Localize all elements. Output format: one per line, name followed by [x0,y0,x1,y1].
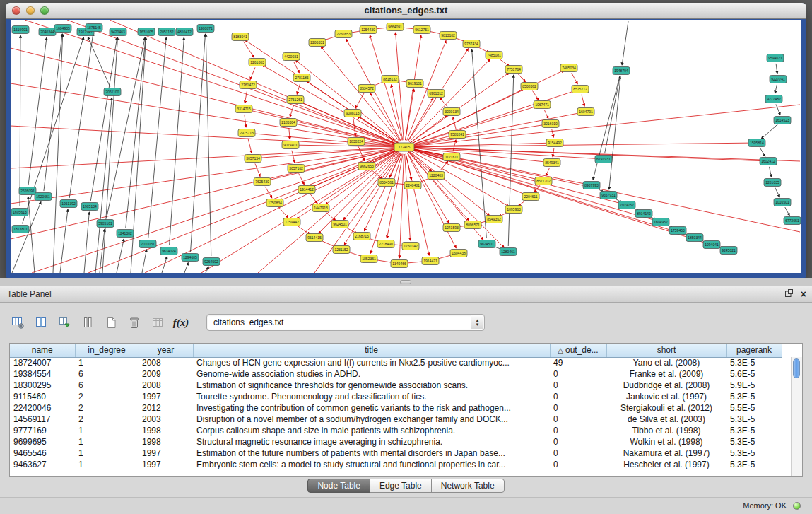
table-cell[interactable]: 6 [75,368,139,380]
table-cell[interactable]: 19384554 [10,368,75,380]
scrollbar-thumb[interactable] [793,358,800,378]
graph-node[interactable]: 8549341 [543,159,560,167]
table-cell[interactable]: 6 [75,380,139,391]
table-cell[interactable]: 2008 [139,357,193,368]
graph-node[interactable]: 7485034 [560,64,577,72]
table-cell[interactable]: 2 [75,402,139,414]
graph-node[interactable]: 1750834 [266,199,283,207]
graph-node[interactable]: 9420463 [110,28,126,36]
table-cell[interactable]: 18724007 [10,357,75,368]
table-cell[interactable]: Jankovic et al. (1997) [606,391,726,402]
graph-node[interactable]: 2185304 [280,119,297,127]
table-cell[interactable]: 18300295 [10,380,75,391]
graph-node[interactable]: 9594621 [767,54,784,62]
table-cell[interactable]: 1 [75,448,139,459]
table-cell[interactable]: Structural magnetic resonance image aver… [193,436,550,448]
table-cell[interactable]: 2012 [139,402,193,414]
table-cell[interactable]: 5.6E-5 [726,368,782,380]
graph-node[interactable]: 6791931 [595,156,612,163]
table-options-icon[interactable] [10,314,25,331]
graph-node[interactable]: 1920051 [35,193,52,201]
table-cell[interactable]: 22420046 [10,402,75,414]
table-cell[interactable]: Tibbo et al. (1998) [606,425,726,436]
graph-node[interactable]: 5905161 [97,220,114,228]
table-cell[interactable]: 9115460 [10,391,75,402]
graph-node[interactable]: 2218490 [377,240,394,248]
table-cell[interactable]: de Silva et al. (2003) [606,414,726,425]
graph-node[interactable]: 1852361 [360,255,377,263]
split-divider[interactable] [0,278,812,286]
new-document-icon[interactable] [103,314,119,331]
table-cell[interactable]: 5.3E-5 [726,357,782,368]
table-cell[interactable]: 2003 [139,414,193,425]
close-panel-icon[interactable]: × [801,286,806,302]
graph-node[interactable]: 8508362 [521,83,538,90]
column-header-short[interactable]: short [606,344,726,357]
tab-node-table[interactable]: Node Table [307,479,370,493]
table-cell[interactable]: 49 [550,357,606,368]
graph-node[interactable]: 8534572 [358,85,375,93]
graph-node[interactable]: 2761472 [240,81,257,89]
graph-node[interactable]: 3220134 [443,108,460,116]
graph-node[interactable]: 1201035 [764,179,781,187]
graph-node[interactable]: 8549352 [486,216,502,223]
graph-node[interactable]: 9619101 [406,80,423,88]
table-cell[interactable]: Genome-wide association studies in ADHD. [193,368,550,380]
table-cell[interactable]: 1 [75,357,139,368]
table-cell[interactable]: 9699695 [10,436,75,448]
table-cell[interactable]: 5.3E-5 [726,414,782,425]
graph-node[interactable]: 2204611 [522,193,539,201]
column-header-in-degree[interactable]: in_degree [75,344,139,357]
table-cell[interactable]: Hescheler et al. (1997) [606,459,726,470]
graph-node[interactable]: 3216010 [542,120,559,128]
table-cell[interactable]: Investigating the contribution of common… [193,402,550,414]
zoom-window-icon[interactable] [40,6,49,15]
network-canvas[interactable]: 1619901204034416049351917241187514594204… [11,20,801,273]
table-row[interactable]: 2242004622012Investigating the contribut… [10,402,782,414]
graph-node[interactable]: 9079401 [282,141,299,149]
table-cell[interactable]: 9463627 [10,459,75,470]
column-header-title[interactable]: title [193,344,550,357]
table-row[interactable]: 969969511998Structural magnetic resonanc… [10,436,782,448]
table-cell[interactable]: 0 [550,391,606,402]
graph-node[interactable]: 9737434 [463,40,480,48]
table-cell[interactable]: 0 [550,402,606,414]
graph-node[interactable]: 7625430 [254,178,271,186]
graph-node[interactable]: 2051132 [158,28,175,36]
table-row[interactable]: 1872400712008Changes of HCN gene express… [10,357,782,368]
graph-node[interactable]: 1830224 [348,138,365,146]
graph-node[interactable]: 4420031 [283,53,300,61]
graph-node[interactable]: 9614415 [306,234,323,242]
table-cell[interactable]: 5.3E-5 [726,436,782,448]
graph-node[interactable]: 8096571 [464,221,481,229]
table-cell[interactable]: 0 [550,436,606,448]
table-row[interactable]: 911546021997Tourette syndrome. Phenomeno… [10,391,782,402]
table-row[interactable]: 1938455462009Genome-wide association stu… [10,368,782,380]
tab-edge-table[interactable]: Edge Table [370,479,432,493]
table-cell[interactable]: 14569117 [10,414,75,425]
table-cell[interactable]: 1998 [139,436,193,448]
graph-node[interactable]: 6961312 [428,90,445,98]
graph-node[interactable]: 4810412 [176,28,193,36]
close-window-icon[interactable] [12,6,20,15]
table-cell[interactable]: 9465546 [10,448,75,459]
graph-node[interactable]: 9614024 [160,247,177,255]
graph-node[interactable]: 1695613 [11,209,28,216]
graph-node[interactable]: 9264502 [203,258,220,266]
table-cell[interactable]: 2 [75,414,139,425]
graph-node[interactable]: 1875145 [86,24,102,32]
graph-node[interactable]: 9824501 [478,240,495,248]
graph-node[interactable]: 8571702 [535,177,552,185]
graph-node[interactable]: 1447913 [312,204,329,212]
graph-node[interactable]: 1241302 [117,230,134,238]
table-cell[interactable]: 5.3E-5 [726,459,782,470]
graph-node[interactable]: 1759442 [283,218,300,226]
show-columns-icon[interactable] [33,314,49,331]
graph-node[interactable]: 1905134 [81,203,98,211]
graph-node[interactable]: 2260853 [335,30,352,38]
graph-node[interactable]: 1619901 [12,26,29,34]
column-header-year[interactable]: year [139,344,193,357]
table-cell[interactable]: Embryonic stem cells: a model to study s… [193,459,550,470]
graph-node[interactable]: 1813801 [12,226,29,233]
table-cell[interactable]: 5.5E-5 [726,402,782,414]
